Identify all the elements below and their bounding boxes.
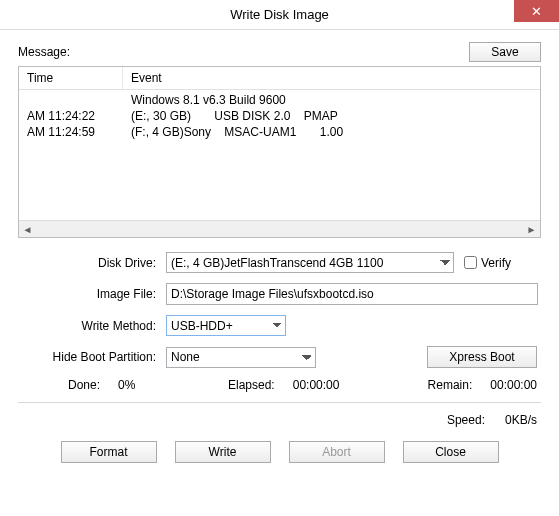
elapsed-label: Elapsed: [228,378,275,392]
separator [18,402,541,403]
disk-drive-select[interactable]: (E:, 4 GB)JetFlashTranscend 4GB 1100 [166,252,454,273]
save-button[interactable]: Save [469,42,541,62]
format-button[interactable]: Format [61,441,157,463]
write-method-select[interactable]: USB-HDD+ [166,315,286,336]
column-header-time[interactable]: Time [19,67,123,89]
image-file-label: Image File: [18,287,166,301]
titlebar: Write Disk Image ✕ [0,0,559,30]
log-event: (F:, 4 GB)Sony MSAC-UAM1 1.00 [123,124,540,140]
log-header: Time Event [19,67,540,90]
hide-boot-select[interactable]: None [166,347,316,368]
elapsed-value: 00:00:00 [293,378,340,392]
message-label: Message: [18,45,70,59]
log-time [19,92,123,108]
log-row: AM 11:24:22 (E:, 30 GB) USB DISK 2.0 PMA… [19,108,540,124]
log-time: AM 11:24:22 [19,108,123,124]
write-method-label: Write Method: [18,319,166,333]
log-event: Windows 8.1 v6.3 Build 9600 [123,92,540,108]
close-icon[interactable]: ✕ [514,0,559,22]
horizontal-scrollbar[interactable]: ◄ ► [19,220,540,237]
column-header-event[interactable]: Event [123,67,540,89]
scroll-right-icon[interactable]: ► [523,221,540,237]
verify-checkbox-wrap[interactable]: Verify [464,256,511,270]
speed-label: Speed: [447,413,485,427]
log-row: AM 11:24:59 (F:, 4 GB)Sony MSAC-UAM1 1.0… [19,124,540,140]
write-button[interactable]: Write [175,441,271,463]
done-value: 0% [118,378,135,392]
message-log: Time Event Windows 8.1 v6.3 Build 9600 A… [18,66,541,238]
remain-label: Remain: [428,378,473,392]
xpress-boot-button[interactable]: Xpress Boot [427,346,537,368]
hide-boot-label: Hide Boot Partition: [18,350,166,364]
scroll-left-icon[interactable]: ◄ [19,221,36,237]
verify-checkbox[interactable] [464,256,477,269]
log-event: (E:, 30 GB) USB DISK 2.0 PMAP [123,108,540,124]
window-title: Write Disk Image [230,7,329,22]
abort-button: Abort [289,441,385,463]
verify-label: Verify [481,256,511,270]
log-time: AM 11:24:59 [19,124,123,140]
done-label: Done: [68,378,100,392]
remain-value: 00:00:00 [490,378,537,392]
image-file-input[interactable] [166,283,538,305]
disk-drive-label: Disk Drive: [18,256,166,270]
close-button[interactable]: Close [403,441,499,463]
scroll-track[interactable] [36,221,523,237]
log-body: Windows 8.1 v6.3 Build 9600 AM 11:24:22 … [19,90,540,220]
speed-value: 0KB/s [505,413,537,427]
log-row: Windows 8.1 v6.3 Build 9600 [19,92,540,108]
